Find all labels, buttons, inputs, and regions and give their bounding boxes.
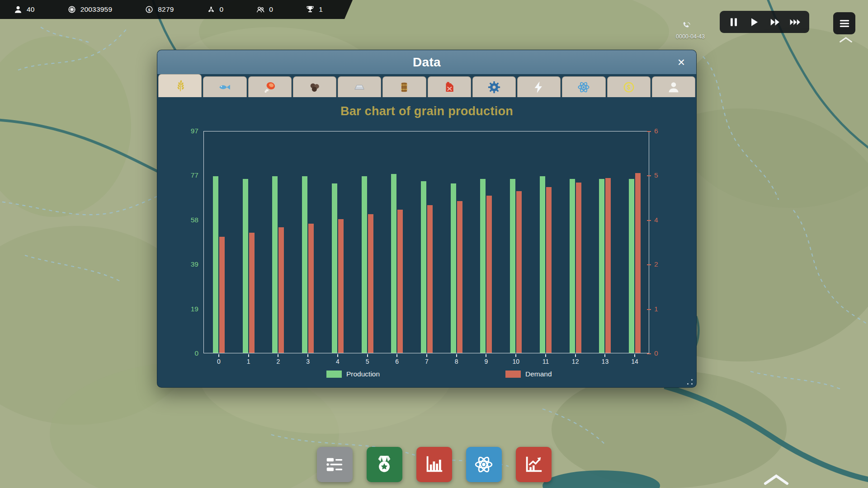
- fast-button[interactable]: [768, 15, 782, 29]
- bar-demand-0: [219, 237, 225, 353]
- x-axis-tick: [456, 354, 457, 357]
- legend-label: Demand: [525, 370, 552, 378]
- legend-label: Production: [346, 370, 380, 378]
- hud-stat-citizens: 40: [14, 5, 35, 14]
- tab-coal[interactable]: [293, 76, 336, 97]
- bar-production-9: [480, 179, 486, 353]
- bar-production-1: [243, 179, 248, 353]
- x-axis-tick: [278, 354, 278, 357]
- tab-barrel[interactable]: [382, 76, 426, 97]
- x-axis-tick: [604, 354, 605, 357]
- hud-stat-science: 0: [207, 5, 224, 14]
- hamburger-icon: [838, 17, 851, 30]
- svg-text:$: $: [627, 84, 631, 91]
- bar-production-11: [540, 176, 545, 353]
- tab-fish[interactable]: [203, 76, 246, 97]
- tab-power[interactable]: [517, 76, 561, 97]
- legend-swatch: [505, 371, 521, 378]
- tab-meat[interactable]: [248, 76, 292, 97]
- menu-button[interactable]: [833, 12, 855, 34]
- trend-icon: [523, 454, 544, 475]
- svg-text:$: $: [148, 8, 151, 12]
- power-icon: [532, 80, 546, 94]
- coin-icon: $: [622, 80, 636, 94]
- chart-title: Bar chart of grain production: [157, 104, 696, 118]
- chevron-up-icon[interactable]: [839, 36, 853, 43]
- plot-area: 0193958779701245601234567891011121314: [203, 131, 649, 353]
- right-axis-tick: [647, 175, 651, 176]
- dialog-titlebar[interactable]: Data ×: [157, 50, 696, 74]
- left-axis-label: 97: [170, 127, 198, 135]
- x-axis-label: 0: [211, 358, 226, 365]
- research-button[interactable]: [466, 447, 502, 482]
- x-axis-label: 7: [419, 358, 434, 365]
- hud-stat-achievements: 1: [306, 5, 323, 14]
- legend-item-demand: Demand: [505, 370, 552, 378]
- hud-stat-population: 20033959: [67, 5, 113, 14]
- x-axis-tick: [218, 354, 219, 357]
- legend-item-production: Production: [326, 370, 380, 378]
- bar-demand-6: [397, 210, 403, 353]
- left-axis-label: 77: [170, 171, 198, 179]
- game-date: 0000-04-43: [656, 33, 724, 40]
- overview-button[interactable]: [317, 447, 353, 482]
- bar-production-6: [391, 174, 396, 353]
- fastest-button[interactable]: [788, 15, 802, 29]
- resource-tabs: $: [158, 74, 695, 97]
- x-axis-tick: [337, 354, 338, 357]
- right-axis-tick: [647, 353, 651, 354]
- hud-stats: 4020033959$8279001: [0, 0, 353, 19]
- bar-production-14: [629, 179, 634, 353]
- hud-stat-value: 20033959: [80, 5, 113, 14]
- atom-icon: [577, 80, 590, 94]
- close-button[interactable]: ×: [673, 54, 690, 71]
- bar-production-3: [302, 176, 307, 353]
- bar-demand-2: [278, 227, 284, 353]
- bar-demand-4: [338, 219, 344, 353]
- tab-people[interactable]: [652, 76, 695, 97]
- economy-button[interactable]: [516, 447, 552, 482]
- achievements-button[interactable]: [367, 447, 402, 482]
- bar-production-8: [451, 183, 456, 353]
- phone-icon: [682, 21, 692, 31]
- statistics-button[interactable]: [416, 447, 452, 482]
- x-axis-label: 4: [330, 358, 345, 365]
- tab-science[interactable]: [562, 76, 605, 97]
- resize-handle[interactable]: [687, 379, 693, 385]
- pause-button[interactable]: [727, 15, 741, 29]
- bar-production-2: [272, 176, 278, 353]
- bar-demand-8: [457, 201, 462, 353]
- tab-money[interactable]: $: [607, 76, 651, 97]
- left-axis-label: 19: [170, 305, 198, 313]
- tab-grain[interactable]: [158, 74, 202, 97]
- barchart-icon: [424, 454, 444, 475]
- barrel-icon: [397, 80, 411, 94]
- x-axis-tick: [367, 354, 368, 357]
- bar-production-10: [510, 179, 515, 353]
- queue-icon: [324, 454, 345, 475]
- right-axis-label: 5: [654, 171, 683, 179]
- money-icon: $: [145, 5, 154, 14]
- chevron-up-icon[interactable]: [763, 473, 789, 482]
- right-axis-tick: [647, 309, 651, 310]
- bar-demand-10: [516, 191, 522, 353]
- hud-stat-money: $8279: [145, 5, 174, 14]
- x-axis-label: 6: [389, 358, 405, 365]
- x-axis-label: 8: [449, 358, 464, 365]
- hud-stat-value: 40: [27, 5, 35, 14]
- x-axis-tick: [515, 354, 516, 357]
- molecule-icon: [207, 5, 216, 14]
- tab-metal[interactable]: [338, 76, 381, 97]
- right-axis-label: 0: [654, 349, 683, 357]
- right-axis-label: 4: [654, 216, 683, 224]
- tab-machinery[interactable]: [472, 76, 516, 97]
- left-axis-label: 0: [170, 349, 198, 357]
- play-button[interactable]: [747, 15, 761, 29]
- x-axis-tick: [307, 354, 308, 357]
- bar-production-4: [332, 183, 337, 353]
- fastest-icon: [789, 16, 801, 28]
- x-axis-label: 1: [241, 358, 256, 365]
- tab-fuel[interactable]: [428, 76, 471, 97]
- hud-stat-workers: 0: [256, 5, 273, 14]
- x-axis-label: 12: [568, 358, 583, 365]
